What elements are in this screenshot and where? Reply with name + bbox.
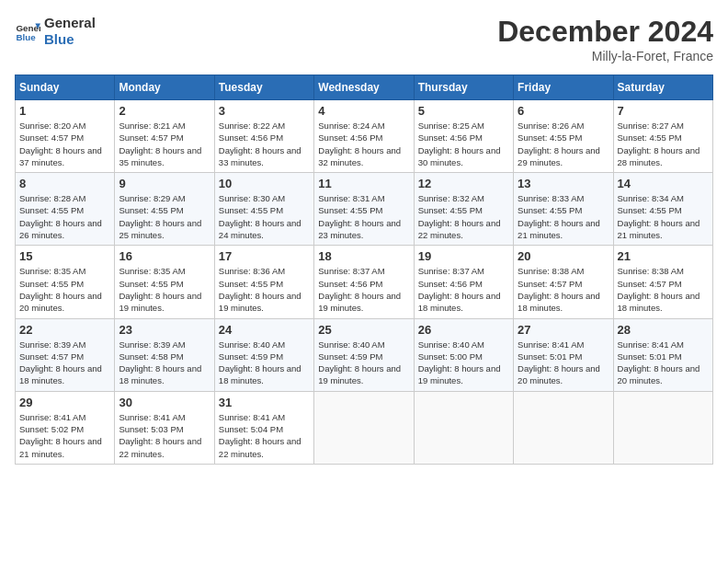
day-info: Sunrise: 8:39 AM Sunset: 4:58 PM Dayligh… — [119, 339, 210, 387]
location: Milly-la-Foret, France — [497, 49, 713, 63]
logo-general: General — [44, 15, 96, 31]
day-number: 30 — [119, 396, 210, 409]
day-number: 5 — [418, 104, 509, 118]
day-info: Sunrise: 8:20 AM Sunset: 4:57 PM Dayligh… — [19, 120, 110, 168]
day-info: Sunrise: 8:37 AM Sunset: 4:56 PM Dayligh… — [418, 265, 509, 314]
day-header-sunday: Sunday — [16, 75, 115, 100]
day-header-friday: Friday — [514, 75, 613, 100]
calendar-cell: 30 Sunrise: 8:41 AM Sunset: 5:03 PM Dayl… — [115, 391, 214, 464]
calendar-cell — [613, 391, 712, 464]
calendar-cell: 29 Sunrise: 8:41 AM Sunset: 5:02 PM Dayl… — [16, 391, 115, 464]
svg-text:Blue: Blue — [16, 32, 36, 42]
calendar-cell: 23 Sunrise: 8:39 AM Sunset: 4:58 PM Dayl… — [115, 318, 214, 391]
calendar-cell: 7 Sunrise: 8:27 AM Sunset: 4:55 PM Dayli… — [613, 100, 712, 173]
calendar-cell — [314, 391, 414, 464]
day-info: Sunrise: 8:27 AM Sunset: 4:55 PM Dayligh… — [618, 120, 709, 168]
day-number: 7 — [618, 104, 709, 118]
calendar-cell: 5 Sunrise: 8:25 AM Sunset: 4:56 PM Dayli… — [414, 100, 513, 173]
calendar-cell — [514, 391, 613, 464]
logo-blue: Blue — [44, 31, 96, 48]
day-number: 3 — [219, 104, 310, 118]
title-area: December 2024 Milly-la-Foret, France — [497, 15, 713, 63]
day-number: 20 — [518, 249, 609, 263]
calendar-cell: 3 Sunrise: 8:22 AM Sunset: 4:56 PM Dayli… — [214, 100, 313, 173]
day-info: Sunrise: 8:21 AM Sunset: 4:57 PM Dayligh… — [119, 120, 210, 168]
day-info: Sunrise: 8:41 AM Sunset: 5:04 PM Dayligh… — [219, 411, 310, 460]
day-number: 31 — [219, 396, 310, 409]
day-info: Sunrise: 8:25 AM Sunset: 4:56 PM Dayligh… — [418, 120, 509, 168]
calendar-cell: 14 Sunrise: 8:34 AM Sunset: 4:55 PM Dayl… — [613, 173, 712, 246]
calendar-cell: 17 Sunrise: 8:36 AM Sunset: 4:55 PM Dayl… — [214, 246, 313, 318]
calendar-row-1: 1 Sunrise: 8:20 AM Sunset: 4:57 PM Dayli… — [16, 100, 713, 173]
day-number: 21 — [618, 249, 709, 263]
day-info: Sunrise: 8:39 AM Sunset: 4:57 PM Dayligh… — [19, 339, 110, 387]
day-number: 25 — [318, 323, 409, 337]
day-info: Sunrise: 8:26 AM Sunset: 4:55 PM Dayligh… — [518, 120, 609, 168]
calendar-cell: 8 Sunrise: 8:28 AM Sunset: 4:55 PM Dayli… — [16, 173, 115, 246]
day-info: Sunrise: 8:36 AM Sunset: 4:55 PM Dayligh… — [219, 265, 310, 314]
calendar: SundayMondayTuesdayWednesdayThursdayFrid… — [15, 75, 713, 465]
day-number: 24 — [219, 323, 310, 337]
day-info: Sunrise: 8:38 AM Sunset: 4:57 PM Dayligh… — [518, 265, 609, 314]
day-info: Sunrise: 8:24 AM Sunset: 4:56 PM Dayligh… — [318, 120, 409, 168]
calendar-row-4: 22 Sunrise: 8:39 AM Sunset: 4:57 PM Dayl… — [16, 318, 713, 391]
day-number: 28 — [618, 323, 709, 337]
day-number: 22 — [19, 323, 110, 337]
day-info: Sunrise: 8:41 AM Sunset: 5:02 PM Dayligh… — [19, 411, 110, 460]
calendar-cell: 10 Sunrise: 8:30 AM Sunset: 4:55 PM Dayl… — [214, 173, 313, 246]
day-number: 16 — [119, 249, 210, 263]
day-info: Sunrise: 8:40 AM Sunset: 4:59 PM Dayligh… — [318, 339, 409, 387]
day-info: Sunrise: 8:41 AM Sunset: 5:03 PM Dayligh… — [119, 411, 210, 460]
day-number: 14 — [618, 177, 709, 190]
day-number: 6 — [518, 104, 609, 118]
day-info: Sunrise: 8:29 AM Sunset: 4:55 PM Dayligh… — [119, 192, 210, 241]
day-info: Sunrise: 8:41 AM Sunset: 5:01 PM Dayligh… — [518, 339, 609, 387]
day-info: Sunrise: 8:40 AM Sunset: 4:59 PM Dayligh… — [219, 339, 310, 387]
calendar-cell: 27 Sunrise: 8:41 AM Sunset: 5:01 PM Dayl… — [514, 318, 613, 391]
day-info: Sunrise: 8:22 AM Sunset: 4:56 PM Dayligh… — [219, 120, 310, 168]
day-info: Sunrise: 8:34 AM Sunset: 4:55 PM Dayligh… — [618, 192, 709, 241]
calendar-cell: 18 Sunrise: 8:37 AM Sunset: 4:56 PM Dayl… — [314, 246, 414, 318]
calendar-cell: 16 Sunrise: 8:35 AM Sunset: 4:55 PM Dayl… — [115, 246, 214, 318]
day-number: 27 — [518, 323, 609, 337]
day-number: 17 — [219, 249, 310, 263]
calendar-cell — [414, 391, 513, 464]
calendar-cell: 31 Sunrise: 8:41 AM Sunset: 5:04 PM Dayl… — [214, 391, 313, 464]
calendar-cell: 1 Sunrise: 8:20 AM Sunset: 4:57 PM Dayli… — [16, 100, 115, 173]
calendar-cell: 2 Sunrise: 8:21 AM Sunset: 4:57 PM Dayli… — [115, 100, 214, 173]
calendar-cell: 9 Sunrise: 8:29 AM Sunset: 4:55 PM Dayli… — [115, 173, 214, 246]
day-number: 15 — [19, 249, 110, 263]
day-number: 23 — [119, 323, 210, 337]
day-number: 9 — [119, 177, 210, 190]
day-info: Sunrise: 8:37 AM Sunset: 4:56 PM Dayligh… — [318, 265, 409, 314]
calendar-header-row: SundayMondayTuesdayWednesdayThursdayFrid… — [16, 75, 713, 100]
day-number: 1 — [19, 104, 110, 118]
day-info: Sunrise: 8:30 AM Sunset: 4:55 PM Dayligh… — [219, 192, 310, 241]
day-info: Sunrise: 8:35 AM Sunset: 4:55 PM Dayligh… — [19, 265, 110, 314]
day-number: 11 — [318, 177, 409, 190]
calendar-cell: 28 Sunrise: 8:41 AM Sunset: 5:01 PM Dayl… — [613, 318, 712, 391]
day-number: 10 — [219, 177, 310, 190]
day-header-saturday: Saturday — [613, 75, 712, 100]
day-number: 18 — [318, 249, 409, 263]
day-info: Sunrise: 8:33 AM Sunset: 4:55 PM Dayligh… — [518, 192, 609, 241]
day-info: Sunrise: 8:32 AM Sunset: 4:55 PM Dayligh… — [418, 192, 509, 241]
day-info: Sunrise: 8:38 AM Sunset: 4:57 PM Dayligh… — [618, 265, 709, 314]
day-number: 4 — [318, 104, 409, 118]
day-header-wednesday: Wednesday — [314, 75, 414, 100]
day-info: Sunrise: 8:35 AM Sunset: 4:55 PM Dayligh… — [119, 265, 210, 314]
day-number: 12 — [418, 177, 509, 190]
day-info: Sunrise: 8:40 AM Sunset: 5:00 PM Dayligh… — [418, 339, 509, 387]
day-info: Sunrise: 8:28 AM Sunset: 4:55 PM Dayligh… — [19, 192, 110, 241]
header: General Blue General Blue December 2024 … — [15, 15, 713, 63]
day-number: 8 — [19, 177, 110, 190]
calendar-cell: 24 Sunrise: 8:40 AM Sunset: 4:59 PM Dayl… — [214, 318, 313, 391]
day-info: Sunrise: 8:41 AM Sunset: 5:01 PM Dayligh… — [618, 339, 709, 387]
calendar-cell: 11 Sunrise: 8:31 AM Sunset: 4:55 PM Dayl… — [314, 173, 414, 246]
calendar-cell: 21 Sunrise: 8:38 AM Sunset: 4:57 PM Dayl… — [613, 246, 712, 318]
calendar-row-2: 8 Sunrise: 8:28 AM Sunset: 4:55 PM Dayli… — [16, 173, 713, 246]
calendar-cell: 20 Sunrise: 8:38 AM Sunset: 4:57 PM Dayl… — [514, 246, 613, 318]
day-number: 13 — [518, 177, 609, 190]
day-number: 19 — [418, 249, 509, 263]
day-header-thursday: Thursday — [414, 75, 513, 100]
